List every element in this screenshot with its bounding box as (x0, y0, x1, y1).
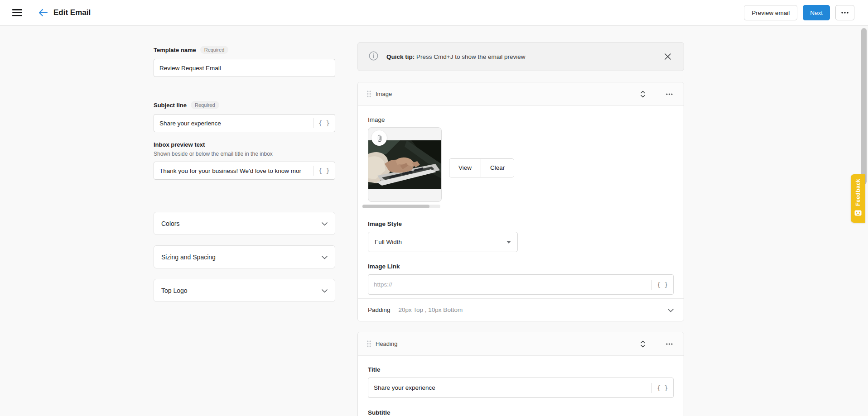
quick-tip-banner: Quick tip: Press Cmd+J to show the email… (357, 42, 684, 71)
sizing-spacing-accordion-label: Sizing and Spacing (161, 253, 216, 261)
image-thumbnail-box[interactable] (368, 127, 442, 202)
horizontal-scrollbar (362, 205, 440, 208)
subtitle-label: Subtitle (368, 409, 674, 416)
heading-block-card: Heading Title { } Subtitle (357, 332, 684, 416)
block-menu-icon[interactable] (664, 89, 675, 100)
subject-line-label: Subject line (154, 102, 187, 109)
chevron-down-icon (322, 253, 328, 261)
padding-settings-row[interactable]: Padding 20px Top , 10px Bottom (358, 298, 684, 321)
inbox-preview-field: Inbox preview text Shown beside or below… (154, 141, 335, 180)
hamburger-menu-icon[interactable] (12, 9, 22, 16)
preview-email-button[interactable]: Preview email (744, 5, 797, 20)
template-name-field: Template name Required (154, 46, 335, 77)
smiley-icon (854, 210, 862, 218)
block-menu-icon[interactable] (664, 339, 675, 349)
topbar-actions: Preview email Next (744, 5, 854, 20)
insert-variable-icon[interactable]: { } (313, 167, 335, 174)
vertical-scrollbar-thumb[interactable] (861, 28, 867, 184)
edit-email-page: Edit Email Preview email Next Template n… (0, 0, 868, 416)
insert-variable-icon[interactable]: { } (652, 384, 673, 392)
sizing-spacing-accordion[interactable]: Sizing and Spacing (154, 245, 335, 268)
more-options-button[interactable] (835, 5, 854, 20)
template-name-label: Template name (154, 47, 196, 53)
insert-variable-icon[interactable]: { } (313, 120, 335, 127)
image-field-label: Image (368, 116, 674, 123)
quick-tip-text: Quick tip: Press Cmd+J to show the email… (386, 53, 526, 60)
info-icon (369, 51, 378, 62)
inbox-preview-label: Inbox preview text (154, 141, 205, 148)
inbox-preview-input[interactable] (154, 162, 313, 179)
colors-accordion-label: Colors (161, 220, 179, 227)
heading-block-header[interactable]: Heading (358, 332, 684, 356)
image-link-label: Image Link (368, 263, 674, 270)
chevron-down-icon (668, 306, 674, 314)
view-image-button[interactable]: View (449, 159, 481, 177)
required-badge: Required (200, 46, 229, 54)
image-actions: View Clear (449, 158, 514, 177)
image-upload-area (368, 127, 442, 208)
image-block-body: Image (358, 106, 684, 295)
heading-title-input[interactable] (368, 378, 651, 397)
collapse-expand-icon[interactable] (637, 89, 648, 100)
image-style-label: Image Style (368, 220, 674, 227)
attachment-icon[interactable] (371, 130, 387, 146)
colors-accordion[interactable]: Colors (154, 212, 335, 235)
collapse-expand-icon[interactable] (637, 339, 648, 349)
top-bar: Edit Email Preview email Next (0, 0, 868, 26)
back-arrow-icon[interactable] (37, 7, 49, 19)
page-title: Edit Email (53, 8, 91, 17)
chevron-down-icon (322, 287, 328, 295)
feedback-tab-label: Feedback (855, 179, 861, 206)
insert-variable-icon[interactable]: { } (652, 281, 673, 288)
heading-block-title: Heading (376, 340, 397, 347)
horizontal-scrollbar-thumb[interactable] (362, 205, 429, 208)
padding-value: 20px Top , 10px Bottom (399, 306, 463, 313)
image-block-card: Image Image (357, 82, 684, 321)
feedback-tab[interactable]: Feedback (851, 174, 865, 223)
image-block-title: Image (376, 91, 392, 97)
top-logo-accordion[interactable]: Top Logo (154, 279, 335, 302)
title-label: Title (368, 366, 674, 373)
image-style-value: Full Width (375, 239, 402, 245)
required-badge: Required (191, 101, 219, 109)
template-name-input[interactable] (154, 59, 335, 77)
padding-label: Padding (368, 306, 391, 313)
drag-handle-icon[interactable] (367, 340, 371, 347)
drag-handle-icon[interactable] (367, 91, 371, 97)
heading-block-body: Title { } Subtitle (358, 356, 684, 416)
subject-line-input[interactable] (154, 115, 313, 132)
close-icon[interactable] (663, 52, 673, 62)
clear-image-button[interactable]: Clear (481, 159, 514, 177)
chevron-down-icon (322, 220, 328, 228)
subject-line-field: Subject line Required { } (154, 101, 335, 132)
image-link-input[interactable] (368, 275, 651, 294)
next-button[interactable]: Next (803, 5, 830, 20)
image-block-header[interactable]: Image (358, 82, 684, 106)
top-logo-accordion-label: Top Logo (161, 287, 188, 294)
image-style-dropdown[interactable]: Full Width (368, 232, 518, 252)
uploaded-image-preview (368, 140, 441, 189)
inbox-preview-help: Shown beside or below the email title in… (154, 151, 335, 157)
dropdown-caret-icon (506, 241, 511, 244)
